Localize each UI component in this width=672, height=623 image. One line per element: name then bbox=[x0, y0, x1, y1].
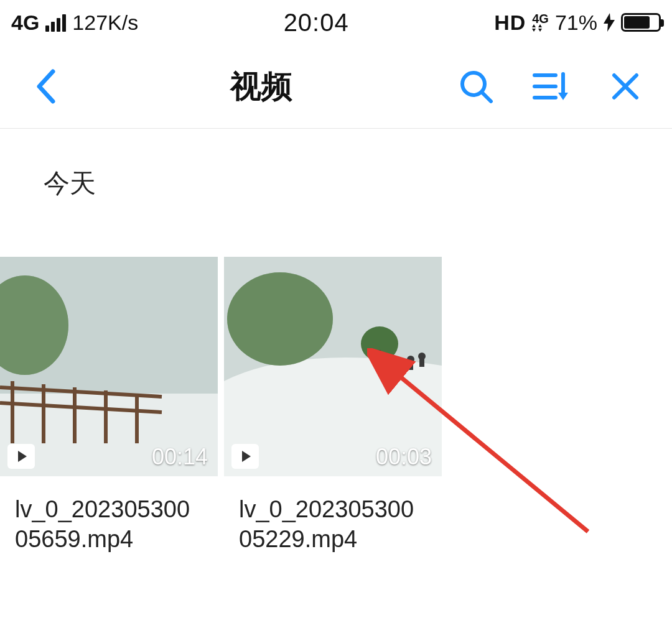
svg-rect-25 bbox=[408, 361, 413, 370]
status-right: HD 4G 71% bbox=[494, 11, 661, 35]
video-grid: 00:14 lv_0_20230530005659.mp4 00:03 bbox=[0, 219, 672, 554]
svg-line-1 bbox=[482, 93, 491, 101]
close-icon bbox=[610, 72, 640, 101]
status-time: 20:04 bbox=[138, 9, 494, 37]
video-item[interactable]: 00:03 lv_0_20230530005229.mp4 bbox=[224, 257, 442, 554]
battery-percent: 71% bbox=[555, 11, 597, 35]
play-icon bbox=[7, 444, 35, 469]
charging-icon bbox=[604, 13, 615, 32]
section-today-label: 今天 bbox=[0, 129, 672, 219]
play-icon bbox=[231, 444, 259, 469]
svg-point-21 bbox=[227, 272, 333, 366]
hd-label: HD bbox=[494, 11, 526, 35]
back-button[interactable] bbox=[25, 65, 68, 108]
video-duration: 00:14 bbox=[152, 444, 208, 470]
network-type: 4G bbox=[11, 11, 39, 35]
status-left: 4G 127K/s bbox=[11, 11, 138, 35]
video-item[interactable]: 00:14 lv_0_20230530005659.mp4 bbox=[0, 257, 218, 554]
search-icon bbox=[459, 69, 493, 104]
mobile-data-icon: 4G bbox=[532, 13, 549, 32]
status-bar: 4G 127K/s 20:04 HD 4G 71% bbox=[0, 0, 672, 45]
close-button[interactable] bbox=[604, 65, 647, 108]
app-bar: 视频 bbox=[0, 45, 672, 129]
video-duration: 00:03 bbox=[376, 444, 432, 470]
search-button[interactable] bbox=[454, 65, 498, 108]
video-thumbnail: 00:14 bbox=[0, 257, 218, 476]
video-filename: lv_0_20230530005229.mp4 bbox=[224, 476, 442, 554]
video-thumbnail: 00:03 bbox=[224, 257, 442, 476]
sort-button[interactable] bbox=[529, 65, 572, 108]
video-filename: lv_0_20230530005659.mp4 bbox=[0, 476, 218, 554]
svg-rect-27 bbox=[419, 358, 424, 367]
data-speed: 127K/s bbox=[72, 11, 138, 35]
sort-icon bbox=[532, 70, 569, 103]
page-title: 视频 bbox=[68, 66, 454, 108]
battery-icon bbox=[621, 13, 661, 32]
signal-icon bbox=[45, 13, 66, 32]
svg-rect-23 bbox=[377, 350, 381, 369]
chevron-left-icon bbox=[34, 69, 59, 104]
app-bar-actions bbox=[454, 65, 647, 108]
